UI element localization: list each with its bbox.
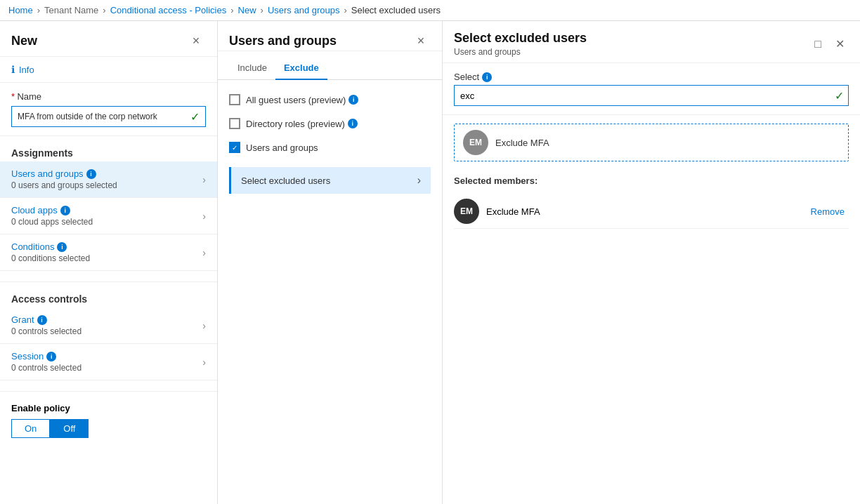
toggle-group: On Off bbox=[11, 419, 206, 438]
nav-item-session[interactable]: Session i 0 controls selected › bbox=[0, 344, 217, 380]
breadcrumb-new[interactable]: New bbox=[238, 5, 256, 15]
directory-roles-info-icon: i bbox=[348, 119, 358, 128]
middle-panel-header: Users and groups × bbox=[218, 21, 442, 51]
nav-item-grant[interactable]: Grant i 0 controls selected › bbox=[0, 307, 217, 344]
enable-policy-section: Enable policy On Off bbox=[0, 392, 217, 449]
middle-panel: Users and groups × Include Exclude All g… bbox=[218, 21, 443, 504]
right-panel-close-button[interactable]: ✕ bbox=[831, 34, 849, 53]
checkbox-users-groups[interactable]: ✓ Users and groups bbox=[229, 139, 431, 156]
grant-info-icon: i bbox=[37, 315, 47, 325]
left-panel-title: New bbox=[11, 34, 37, 48]
name-value: MFA from outside of the corp network bbox=[18, 112, 157, 121]
nav-item-cloud-apps[interactable]: Cloud apps i 0 cloud apps selected › bbox=[0, 198, 217, 234]
middle-content: All guest users (preview) i Directory ro… bbox=[218, 80, 442, 205]
access-controls-title: Access controls bbox=[0, 282, 217, 307]
checkbox-directory-roles[interactable]: Directory roles (preview) i bbox=[229, 115, 431, 132]
nav-item-grant-title: Grant i bbox=[11, 314, 82, 325]
users-groups-chevron-icon: › bbox=[202, 174, 206, 185]
breadcrumb-current: Select excluded users bbox=[351, 5, 441, 15]
middle-panel-close-button[interactable]: × bbox=[411, 31, 431, 51]
info-label: Info bbox=[19, 65, 34, 75]
members-section: Selected members: EM Exclude MFA Remove bbox=[443, 170, 860, 234]
middle-panel-title: Users and groups bbox=[229, 34, 337, 48]
left-panel: New × ℹ Info * Name MFA from outside of … bbox=[0, 21, 218, 504]
nav-item-grant-subtitle: 0 controls selected bbox=[11, 326, 82, 336]
main-layout: New × ℹ Info * Name MFA from outside of … bbox=[0, 21, 860, 504]
conditions-info-icon: i bbox=[57, 242, 67, 252]
toggle-off-button[interactable]: Off bbox=[50, 419, 89, 438]
checkbox-all-guests[interactable]: All guest users (preview) i bbox=[229, 91, 431, 108]
right-panel-title: Select excluded users bbox=[454, 31, 587, 46]
tab-include[interactable]: Include bbox=[229, 57, 275, 80]
breadcrumb: Home › Tenant Name › Conditional access … bbox=[0, 0, 860, 21]
breadcrumb-ca-policies[interactable]: Conditional access - Policies bbox=[110, 5, 226, 15]
preview-avatar: EM bbox=[463, 130, 488, 155]
name-check-icon: ✓ bbox=[190, 110, 200, 124]
right-panel-header: Select excluded users Users and groups □… bbox=[443, 21, 860, 63]
nav-item-users-groups[interactable]: Users and groups i 0 users and groups se… bbox=[0, 161, 217, 198]
nav-item-conditions-title: Conditions i bbox=[11, 241, 90, 252]
name-input[interactable]: MFA from outside of the corp network ✓ bbox=[11, 106, 206, 127]
users-groups-checkbox[interactable]: ✓ bbox=[229, 142, 240, 153]
right-panel-subtitle: Users and groups bbox=[454, 47, 587, 57]
breadcrumb-tenant[interactable]: Tenant Name bbox=[44, 5, 98, 15]
select-excluded-users-button[interactable]: Select excluded users › bbox=[229, 167, 431, 194]
users-groups-checkbox-label: Users and groups bbox=[246, 142, 318, 153]
conditions-chevron-icon: › bbox=[202, 247, 206, 258]
nav-item-session-title: Session i bbox=[11, 351, 82, 362]
members-label: Selected members: bbox=[454, 175, 849, 186]
tab-exclude[interactable]: Exclude bbox=[275, 57, 327, 80]
users-groups-info-icon: i bbox=[86, 169, 96, 179]
nav-item-conditions[interactable]: Conditions i 0 conditions selected › bbox=[0, 234, 217, 271]
maximize-button[interactable]: □ bbox=[810, 35, 826, 53]
search-check-icon: ✓ bbox=[830, 89, 848, 102]
select-excluded-users-label: Select excluded users bbox=[241, 175, 330, 186]
grant-chevron-icon: › bbox=[202, 320, 206, 331]
select-excluded-users-chevron-icon: › bbox=[417, 174, 421, 187]
search-input-wrap: ✓ bbox=[454, 85, 849, 106]
toggle-on-button[interactable]: On bbox=[11, 419, 50, 438]
all-guests-info-icon: i bbox=[348, 95, 358, 105]
search-section: Select i ✓ bbox=[443, 63, 860, 115]
directory-roles-checkbox[interactable] bbox=[229, 118, 240, 129]
preview-name: Exclude MFA bbox=[495, 138, 549, 148]
nav-item-users-groups-title: Users and groups i bbox=[11, 168, 117, 179]
member-row: EM Exclude MFA Remove bbox=[454, 194, 849, 229]
search-label: Select i bbox=[454, 72, 849, 82]
breadcrumb-users-groups[interactable]: Users and groups bbox=[268, 5, 340, 15]
cloud-apps-chevron-icon: › bbox=[202, 211, 206, 222]
assignments-title: Assignments bbox=[0, 136, 217, 161]
search-input[interactable] bbox=[455, 91, 830, 101]
breadcrumb-home[interactable]: Home bbox=[8, 5, 33, 15]
all-guests-label: All guest users (preview) i bbox=[246, 95, 358, 105]
session-info-icon: i bbox=[46, 352, 56, 362]
right-panel: Select excluded users Users and groups □… bbox=[443, 21, 860, 504]
nav-item-conditions-subtitle: 0 conditions selected bbox=[11, 253, 90, 263]
info-icon: ℹ bbox=[11, 64, 15, 75]
member-name: Exclude MFA bbox=[486, 206, 540, 217]
left-panel-close-button[interactable]: × bbox=[186, 31, 206, 51]
nav-item-cloud-apps-title: Cloud apps i bbox=[11, 205, 93, 215]
nav-item-cloud-apps-subtitle: 0 cloud apps selected bbox=[11, 217, 93, 227]
search-info-icon: i bbox=[482, 72, 492, 82]
enable-policy-label: Enable policy bbox=[11, 403, 206, 413]
left-panel-header: New × bbox=[0, 21, 217, 57]
session-chevron-icon: › bbox=[202, 357, 206, 368]
member-avatar: EM bbox=[454, 199, 479, 224]
remove-member-button[interactable]: Remove bbox=[807, 205, 849, 218]
cloud-apps-info-icon: i bbox=[60, 206, 70, 215]
nav-item-users-groups-subtitle: 0 users and groups selected bbox=[11, 180, 117, 190]
name-label: * Name bbox=[11, 91, 206, 102]
selected-preview: EM Exclude MFA bbox=[454, 124, 849, 161]
info-bar: ℹ Info bbox=[0, 57, 217, 83]
directory-roles-label: Directory roles (preview) i bbox=[246, 119, 358, 129]
name-section: * Name MFA from outside of the corp netw… bbox=[0, 83, 217, 136]
nav-item-session-subtitle: 0 controls selected bbox=[11, 363, 82, 373]
all-guests-checkbox[interactable] bbox=[229, 94, 240, 105]
tab-bar: Include Exclude bbox=[218, 57, 442, 80]
required-asterisk: * bbox=[11, 91, 15, 102]
